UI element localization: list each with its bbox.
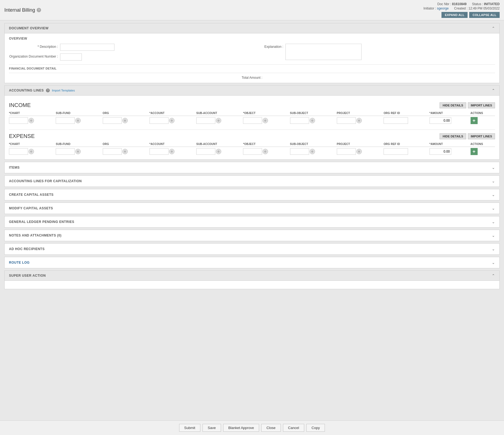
expense-chart-search-btn[interactable]: ⊙	[29, 149, 34, 154]
income-project-cell: ⊙	[337, 116, 384, 125]
expense-col-orgrefid: ORG REF ID	[384, 141, 430, 147]
expense-import-lines-button[interactable]: IMPORT LINES	[468, 133, 495, 139]
income-subfund-search-btn[interactable]: ⊙	[75, 118, 81, 123]
expense-subfund-search-btn[interactable]: ⊙	[75, 149, 81, 154]
import-templates-link[interactable]: Import Templates	[52, 89, 75, 92]
collapse-all-button[interactable]: COLLAPSE ALL	[469, 12, 500, 18]
modify-capital-title: MODIFY CAPITAL ASSETS	[9, 206, 53, 210]
adhoc-header[interactable]: AD HOC RECIPIENTS ⌄	[5, 244, 499, 254]
super-user-title: SUPER USER ACTION	[9, 274, 46, 278]
expense-col-account: *ACCOUNT	[150, 141, 196, 147]
route-log-header[interactable]: ROUTE LOG ⌄	[5, 257, 499, 268]
income-table-header-row: *CHART SUB-FUND ORG *ACCOUNT SUB-ACCOUNT…	[9, 111, 495, 116]
income-subobject-input[interactable]	[290, 117, 309, 124]
expense-col-amount: *AMOUNT	[430, 141, 471, 147]
modify-capital-chevron: ⌄	[492, 206, 495, 210]
explanation-label: Explanation :	[256, 44, 283, 49]
expense-org-input[interactable]	[103, 148, 122, 155]
income-chart-cell: ⊙	[9, 116, 56, 125]
document-overview-header[interactable]: DOCUMENT OVERVIEW ⌃	[5, 23, 499, 33]
modify-capital-header[interactable]: MODIFY CAPITAL ASSETS ⌄	[5, 203, 499, 214]
income-title: INCOME	[9, 102, 31, 108]
accounting-lines-help-icon[interactable]: ?	[46, 89, 50, 92]
income-project-search-btn[interactable]: ⊙	[356, 118, 362, 123]
income-project-input[interactable]	[337, 117, 356, 124]
gl-pending-header[interactable]: GENERAL LEDGER PENDING ENTRIES ⌄	[5, 216, 499, 227]
org-doc-number-input[interactable]	[60, 53, 82, 61]
income-col-subfund: SUB-FUND	[56, 111, 102, 116]
expand-all-button[interactable]: EXPAND ALL	[441, 12, 468, 18]
expense-subaccount-input[interactable]	[196, 148, 215, 155]
super-user-body	[5, 281, 499, 289]
income-object-search-btn[interactable]: ⊙	[263, 118, 268, 123]
income-org-search-btn[interactable]: ⊙	[122, 118, 128, 123]
income-add-button[interactable]: +	[471, 117, 478, 124]
expense-add-button[interactable]: +	[471, 148, 478, 155]
income-orgrefid-cell	[384, 116, 430, 125]
expense-orgrefid-input[interactable]	[384, 148, 408, 155]
app-help-icon[interactable]: ?	[37, 8, 41, 12]
expense-orgrefid-cell	[384, 147, 430, 156]
accounting-cap-title: ACCOUNTING LINES FOR CAPITALIZATION	[9, 179, 82, 183]
expense-subfund-input[interactable]	[56, 148, 75, 155]
income-amount-input[interactable]	[430, 117, 451, 124]
expense-account-input[interactable]	[150, 148, 169, 155]
document-overview-panel: DOCUMENT OVERVIEW ⌃ OVERVIEW * Descripti…	[4, 23, 500, 83]
expense-amount-input[interactable]	[430, 148, 451, 155]
income-chart-input[interactable]	[9, 117, 28, 124]
items-title: ITEMS	[9, 166, 20, 169]
income-object-input[interactable]	[243, 117, 262, 124]
income-subfund-input[interactable]	[56, 117, 75, 124]
income-col-amount: *AMOUNT	[430, 111, 471, 116]
expense-object-input[interactable]	[243, 148, 262, 155]
items-header[interactable]: ITEMS ⌄	[5, 162, 499, 173]
doc-nbr: Doc Nbr : 81610849	[437, 2, 466, 6]
income-subobject-search-btn[interactable]: ⊙	[310, 118, 315, 123]
document-overview-title: DOCUMENT OVERVIEW	[9, 26, 49, 30]
expense-col-subobject: SUB-OBJECT	[290, 141, 337, 147]
items-panel: ITEMS ⌄	[4, 162, 500, 173]
adhoc-chevron: ⌄	[492, 247, 495, 251]
income-hide-details-button[interactable]: HIDE DETAILS	[440, 102, 466, 108]
income-account-input[interactable]	[150, 117, 169, 124]
gl-pending-panel: GENERAL LEDGER PENDING ENTRIES ⌄	[4, 216, 500, 228]
income-import-lines-button[interactable]: IMPORT LINES	[468, 102, 495, 108]
expense-project-search-btn[interactable]: ⊙	[356, 149, 362, 154]
expense-object-search-btn[interactable]: ⊙	[263, 149, 268, 154]
accounting-cap-chevron: ⌄	[492, 179, 495, 183]
expense-subobject-input[interactable]	[290, 148, 309, 155]
accounting-lines-header[interactable]: ACCOUNTING LINES ? Import Templates ⌃	[5, 86, 499, 96]
expense-col-object: *OBJECT	[243, 141, 290, 147]
initiator-link[interactable]: sgeorge	[437, 7, 449, 10]
expense-col-subaccount: SUB-ACCOUNT	[196, 141, 243, 147]
expense-subobject-search-btn[interactable]: ⊙	[310, 149, 315, 154]
expense-project-input[interactable]	[337, 148, 356, 155]
description-input[interactable]	[60, 44, 114, 51]
expense-col-actions: ACTIONS	[471, 141, 495, 147]
income-subaccount-search-btn[interactable]: ⊙	[216, 118, 221, 123]
expense-amount-cell	[430, 147, 471, 156]
income-subaccount-input[interactable]	[196, 117, 215, 124]
income-org-input[interactable]	[103, 117, 122, 124]
create-capital-header[interactable]: CREATE CAPITAL ASSETS ⌄	[5, 189, 499, 200]
income-chart-search-btn[interactable]: ⊙	[29, 118, 34, 123]
income-account-search-btn[interactable]: ⊙	[169, 118, 175, 123]
app-title-area: Internal Billing ?	[4, 7, 41, 13]
route-log-title: ROUTE LOG	[9, 261, 30, 264]
expense-org-search-btn[interactable]: ⊙	[122, 149, 128, 154]
expense-hide-details-button[interactable]: HIDE DETAILS	[440, 133, 466, 139]
accounting-cap-header[interactable]: ACCOUNTING LINES FOR CAPITALIZATION ⌄	[5, 176, 499, 187]
expense-account-search-btn[interactable]: ⊙	[169, 149, 175, 154]
expense-subaccount-search-btn[interactable]: ⊙	[216, 149, 221, 154]
notes-header[interactable]: NOTES AND ATTACHMENTS (0) ⌄	[5, 230, 499, 241]
expense-col-chart: *CHART	[9, 141, 56, 147]
income-orgrefid-input[interactable]	[384, 117, 408, 124]
explanation-textarea[interactable]	[285, 44, 362, 60]
super-user-header[interactable]: SUPER USER ACTION ⌃	[5, 271, 499, 281]
expense-actions-cell: +	[471, 147, 495, 156]
expense-chart-input[interactable]	[9, 148, 28, 155]
doc-status: Status : INITIATED	[472, 2, 500, 6]
expense-object-cell: ⊙	[243, 147, 290, 156]
accounting-header-left: ACCOUNTING LINES ? Import Templates	[9, 89, 75, 92]
income-actions-cell: +	[471, 116, 495, 125]
